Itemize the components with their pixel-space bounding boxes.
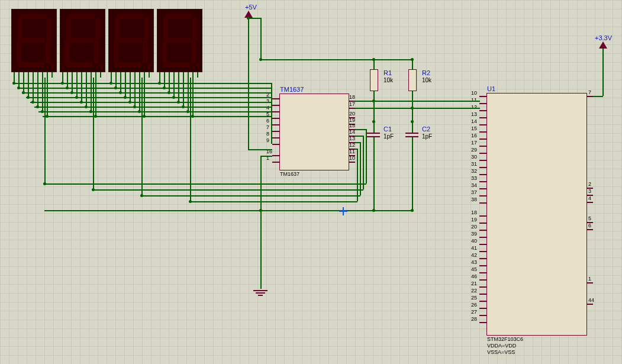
c1-ref: C1 xyxy=(383,125,392,133)
seven-seg-2 xyxy=(60,9,105,72)
u1-pinnum-27: 27 xyxy=(471,309,477,315)
u1-pin-PA8[interactable] xyxy=(479,153,486,154)
u1-pinnum-31: 31 xyxy=(471,161,477,167)
u1-pin-PB6[interactable] xyxy=(479,258,486,259)
u1-pinnum-1: 1 xyxy=(588,276,591,282)
r2-val: 10k xyxy=(422,77,431,83)
u1-pin-PB9[interactable] xyxy=(479,279,486,281)
u1-ref: U1 xyxy=(487,85,495,92)
c1-val: 1pF xyxy=(383,133,394,140)
tm1637-chip[interactable]: TM1637 TM1637 xyxy=(279,94,349,170)
u1-pinnum-41: 41 xyxy=(471,245,477,251)
tm1637-pin-VDD[interactable] xyxy=(272,155,279,156)
u1-pinnum-4: 4 xyxy=(588,195,591,201)
u1-pinnum-45: 45 xyxy=(471,266,477,272)
u1-pin-PB11[interactable] xyxy=(479,294,486,295)
tm1637-pinnum-7: 7 xyxy=(266,124,269,130)
r1-ref: R1 xyxy=(383,69,392,76)
seven-seg-4 xyxy=(157,9,202,72)
u1-pin-PA1[interactable] xyxy=(479,103,486,104)
tm1637-pinnum-13: 13 xyxy=(349,136,355,141)
u1-pinnum-33: 33 xyxy=(471,175,477,181)
u1-pin-PB10[interactable] xyxy=(479,286,486,288)
u1-pin-PA5[interactable] xyxy=(479,131,486,133)
u1-pinnum-34: 34 xyxy=(471,182,477,188)
tm1637-pinnum-14: 14 xyxy=(349,129,355,135)
u1-pin-PA15[interactable] xyxy=(479,202,486,204)
u1-pin-PB12[interactable] xyxy=(479,301,486,302)
u1-pinnum-18: 18 xyxy=(471,210,477,215)
tm1637-pin-SG4/KS4[interactable] xyxy=(272,118,279,119)
u1-pin-PA13[interactable] xyxy=(479,188,486,189)
seven-seg-1 xyxy=(11,9,57,72)
u1-note1: VDDA=VDD xyxy=(487,343,516,349)
tm1637-pin-SG7/KS7[interactable] xyxy=(272,137,279,138)
tm1637-pin-SG6/KS6[interactable] xyxy=(272,131,279,132)
u1-pinnum-21: 21 xyxy=(471,281,477,286)
tm1637-pinnum-11: 11 xyxy=(349,149,355,154)
power-3v3-label: +3.3V xyxy=(595,34,612,41)
tm1637-part: TM1637 xyxy=(280,171,299,177)
tm1637-pinnum-12: 12 xyxy=(349,142,355,148)
u1-pinnum-32: 32 xyxy=(471,168,477,174)
tm1637-pin-GND[interactable] xyxy=(272,162,279,163)
power-5v-label: +5V xyxy=(245,4,257,11)
resistor-r1[interactable] xyxy=(370,69,378,91)
cap-c1-bot xyxy=(367,136,380,137)
tm1637-pinnum-20: 20 xyxy=(349,111,355,117)
u1-pin-PA6[interactable] xyxy=(479,138,486,140)
u1-pin-PB4[interactable] xyxy=(479,244,486,245)
u1-chip[interactable]: U1 STM32F103C6 VDDA=VDD VSSA=VSS xyxy=(486,93,587,336)
tm1637-pinnum-6: 6 xyxy=(266,118,269,124)
u1-pin-PA10[interactable] xyxy=(479,167,486,168)
u1-pin-PB15[interactable] xyxy=(479,322,486,323)
tm1637-pinnum-18: 18 xyxy=(349,94,355,100)
u1-pinnum-22: 22 xyxy=(471,288,477,294)
resistor-r2[interactable] xyxy=(408,69,417,91)
u1-pin-PA0-WKUP[interactable] xyxy=(479,96,486,97)
u1-pinnum-7: 7 xyxy=(588,89,591,95)
u1-pin-PB3[interactable] xyxy=(479,237,486,238)
tm1637-pin-SG3/KS3[interactable] xyxy=(272,111,279,112)
u1-pin-PB5[interactable] xyxy=(479,251,486,252)
tm1637-pin-SG5/KS5[interactable] xyxy=(272,124,279,125)
u1-pin-PB1[interactable] xyxy=(479,223,486,224)
tm1637-pinnum-17: 17 xyxy=(349,101,355,107)
u1-pinnum-13: 13 xyxy=(471,111,477,117)
u1-pin-PA9[interactable] xyxy=(479,160,486,161)
u1-pinnum-16: 16 xyxy=(471,133,477,138)
u1-pin-PA12[interactable] xyxy=(479,181,486,182)
r1-val: 10k xyxy=(383,77,393,83)
u1-pinnum-10: 10 xyxy=(471,90,477,96)
u1-pinnum-15: 15 xyxy=(471,125,477,131)
u1-pinnum-3: 3 xyxy=(588,188,591,194)
u1-pin-PB7[interactable] xyxy=(479,265,486,266)
u1-pin-PB2[interactable] xyxy=(479,230,486,231)
u1-pinnum-28: 28 xyxy=(471,316,477,322)
u1-pin-PB13[interactable] xyxy=(479,308,486,309)
u1-pin-PA3[interactable] xyxy=(479,117,486,118)
u1-pin-PA4[interactable] xyxy=(479,124,486,125)
u1-pin-PB0[interactable] xyxy=(479,215,486,217)
u1-pinnum-26: 26 xyxy=(471,302,477,308)
u1-pinnum-29: 29 xyxy=(471,147,477,153)
u1-pinnum-17: 17 xyxy=(471,140,477,146)
tm1637-pin-SG1/KS1[interactable] xyxy=(272,98,279,99)
u1-pin-PB8[interactable] xyxy=(479,272,486,273)
tm1637-pinnum-8: 8 xyxy=(266,131,269,137)
u1-pinnum-20: 20 xyxy=(471,224,477,230)
u1-pin-PA14[interactable] xyxy=(479,195,486,197)
u1-pinnum-30: 30 xyxy=(471,154,477,160)
u1-pin-PA7[interactable] xyxy=(479,146,486,147)
u1-pin-PA2[interactable] xyxy=(479,110,486,111)
u1-pin-PB14[interactable] xyxy=(479,315,486,316)
u1-pinnum-42: 42 xyxy=(471,252,477,258)
u1-pinnum-19: 19 xyxy=(471,217,477,223)
u1-pinnum-2: 2 xyxy=(588,181,591,187)
u1-pin-PA11[interactable] xyxy=(479,174,486,175)
tm1637-pin-SG8/KS8[interactable] xyxy=(272,144,279,145)
tm1637-pin-SG2/KS2[interactable] xyxy=(272,105,279,106)
u1-pinnum-25: 25 xyxy=(471,295,477,301)
tm1637-pinnum-4: 4 xyxy=(266,105,269,111)
u1-pinnum-5: 5 xyxy=(588,215,591,221)
